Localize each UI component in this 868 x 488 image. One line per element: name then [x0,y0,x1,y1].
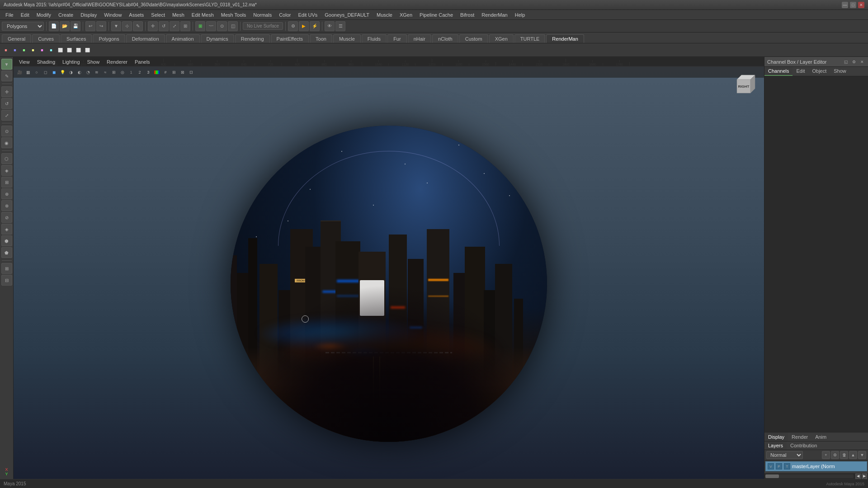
menu-create[interactable]: Create [55,11,77,19]
scroll-left-button[interactable]: ◀ [855,474,861,479]
vp-grid2-button[interactable]: ⊞ [170,68,178,76]
layer-subtab-contribution[interactable]: Contribution [787,441,821,450]
show-hide-button[interactable]: 👁 [325,21,335,31]
menu-edit[interactable]: Edit [17,11,33,19]
scroll-right-button[interactable]: ▶ [862,474,867,479]
right-panel-scrollbar[interactable]: ◀ ▶ [764,473,868,479]
menu-edit-uvs[interactable]: Edit UVs [294,11,321,19]
layer-subtab-layers[interactable]: Layers [764,441,787,450]
shelf-icon-7[interactable]: ⬜ [56,46,64,54]
orientation-cube[interactable]: RIGHT [732,70,760,98]
close-button[interactable]: ✕ [858,2,864,8]
vp-wireframe-button[interactable]: ▦ [24,68,32,76]
shelf-icon-2[interactable]: ■ [11,46,19,54]
menu-xgen[interactable]: XGen [396,11,416,19]
vp-shadow-button[interactable]: ◑ [67,68,75,76]
minimize-button[interactable]: — [842,2,848,8]
viewport-menu-show[interactable]: Show [84,58,104,66]
menu-window[interactable]: Window [100,11,125,19]
maximize-button[interactable]: □ [850,2,856,8]
shelf-icon-3[interactable]: ■ [20,46,28,54]
split-button[interactable]: ⊗ [1,200,12,211]
viewport-menu-lighting[interactable]: Lighting [59,58,84,66]
offset-loop-button[interactable]: ◈ [1,224,12,235]
vp-flat-button[interactable]: ◻ [41,68,49,76]
shelf-tab-painteffects[interactable]: PaintEffects [271,34,309,43]
snap-grid-button[interactable]: ⊞ [195,21,205,31]
shelf-tab-rendering[interactable]: Rendering [235,34,270,43]
shelf-tab-fluids[interactable]: Fluids [362,34,387,43]
vp-textured-button[interactable]: ◼ [50,68,58,76]
layer-down-button[interactable]: ▼ [858,451,866,459]
panel-close-icon[interactable]: ✕ [859,59,865,65]
shelf-icon-9[interactable]: ⬜ [74,46,82,54]
soft-select-button[interactable]: ⊙ [1,126,12,136]
vp-res-high[interactable]: 3 [144,68,152,76]
shelf-icon-10[interactable]: ⬜ [83,46,91,54]
layer-delete-button[interactable]: 🗑 [840,451,848,459]
layer-add-button[interactable]: + [822,451,830,459]
vp-res-med[interactable]: 2 [136,68,144,76]
layer-type-icon[interactable]: T [784,463,790,469]
scale-tool-button[interactable]: ⤢ [170,21,179,31]
layer-type-select[interactable]: Normal Template Reference [766,451,803,459]
ipr-render-button[interactable]: ⚡ [310,21,320,31]
shelf-tab-renderman[interactable]: RenderMan [546,34,584,43]
select-mode-button[interactable]: ▼ [1,59,12,70]
shelf-tab-nhair[interactable]: nHair [408,34,431,43]
shelf-tab-surfaces[interactable]: Surfaces [61,34,92,43]
shelf-tab-toon[interactable]: Toon [310,34,332,43]
vp-hud-button[interactable]: ⊞ [110,68,118,76]
bevel-button[interactable]: ◈ [1,165,12,176]
proportional-button[interactable]: ◉ [1,137,12,148]
snap-point-button[interactable]: ⊙ [217,21,227,31]
menu-file[interactable]: File [2,11,17,19]
menu-edit-mesh[interactable]: Edit Mesh [188,11,217,19]
vp-res-low[interactable]: 1 [127,68,135,76]
menu-modify[interactable]: Modify [33,11,55,19]
menu-muscle[interactable]: Muscle [373,11,396,19]
display-layer-button[interactable]: ☰ [335,21,345,31]
layer-tab-render[interactable]: Render [788,433,811,441]
mode-dropdown[interactable]: Polygons Surfaces Dynamics [2,22,44,31]
shelf-tab-deformation[interactable]: Deformation [126,34,165,43]
save-scene-button[interactable]: 💾 [71,21,80,31]
move-tool-button[interactable]: ✛ [148,21,158,31]
bridge-button[interactable]: ⊞ [1,177,12,188]
shelf-icon-8[interactable]: ⬜ [65,46,73,54]
undo-button[interactable]: ↩ [85,21,95,31]
shelf-icon-5[interactable]: ■ [38,46,46,54]
vp-lighting-button[interactable]: 💡 [58,68,66,76]
menu-display[interactable]: Display [77,11,100,19]
menu-assets[interactable]: Assets [125,11,147,19]
channel-tab-object[interactable]: Object [808,67,830,76]
insert-loop-button[interactable]: ⊘ [1,212,12,223]
menu-color[interactable]: Color [275,11,294,19]
channel-tab-channels[interactable]: Channels [764,67,793,76]
vp-motion-blur-button[interactable]: ≈ [101,68,109,76]
sculpt-button[interactable]: ⬟ [1,247,12,258]
layer-settings-button[interactable]: ⚙ [831,451,839,459]
viewport-menu-shading[interactable]: Shading [33,58,59,66]
menu-help[interactable]: Help [511,11,529,19]
shelf-tab-dynamics[interactable]: Dynamics [201,34,234,43]
vp-color-bar-button[interactable] [153,68,161,76]
select-tool-button[interactable]: ▼ [111,21,121,31]
shelf-tab-custom[interactable]: Custom [459,34,488,43]
extrude-button[interactable]: ⬡ [1,153,12,164]
rotate-lt-button[interactable]: ↺ [1,98,12,109]
shelf-icon-1[interactable]: ■ [2,46,10,54]
open-scene-button[interactable]: 📂 [60,21,70,31]
vp-joint-xray-button[interactable]: ⊡ [187,68,195,76]
shelf-tab-xgen[interactable]: XGen [489,34,514,43]
universal-manip-button[interactable]: ⊞ [180,21,190,31]
menu-mesh-tools[interactable]: Mesh Tools [217,11,250,19]
viewport[interactable]: View Shading Lighting Show Renderer Pane… [14,57,764,479]
vp-smooth-button[interactable]: ○ [33,68,41,76]
render-button[interactable]: ▶ [299,21,309,31]
menu-bifrost[interactable]: Bifrost [457,11,478,19]
layer-tab-anim[interactable]: Anim [811,433,830,441]
lt-extra-2[interactable]: ⊟ [1,275,12,286]
shelf-icon-4[interactable]: ■ [29,46,37,54]
vp-dof-button[interactable]: ◔ [84,68,92,76]
